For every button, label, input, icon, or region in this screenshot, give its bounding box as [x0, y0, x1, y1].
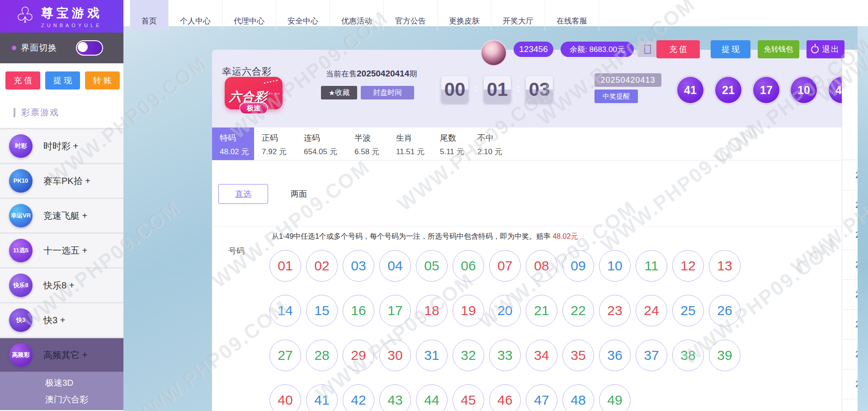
nav-tab-online-service[interactable]: 在线客服	[545, 0, 599, 30]
number-ball-22[interactable]: 22	[562, 295, 594, 326]
number-ball-21[interactable]: 21	[526, 295, 557, 326]
number-ball-38[interactable]: 38	[672, 340, 704, 371]
top-nav: 首页个人中心代理中心安全中心优惠活动官方公告更换皮肤开奖大厅在线客服	[123, 0, 868, 26]
nav-tab-security-center[interactable]: 安全中心	[276, 0, 330, 30]
number-ball-06[interactable]: 06	[453, 250, 484, 282]
feiting-icon: 幸运VR	[9, 204, 33, 227]
avatar[interactable]	[481, 40, 507, 66]
refresh-balance-button[interactable]	[637, 42, 657, 57]
number-ball-37[interactable]: 37	[636, 340, 667, 371]
odds-tab-banbo[interactable]: 半波6.58 元	[347, 128, 388, 160]
ui-toggle-switch[interactable]	[76, 40, 103, 56]
number-ball-23[interactable]: 23	[599, 295, 631, 326]
sidebar-item-label: 高频其它 +	[43, 349, 87, 361]
number-ball-44[interactable]: 44	[416, 384, 448, 411]
withdraw-button[interactable]: 提现	[711, 40, 750, 58]
number-ball-04[interactable]: 04	[379, 250, 411, 282]
number-ball-45[interactable]: 45	[453, 384, 484, 411]
number-ball-16[interactable]: 16	[343, 295, 374, 326]
number-ball-33[interactable]: 33	[489, 340, 521, 371]
number-ball-27[interactable]: 27	[269, 340, 301, 371]
number-ball-42[interactable]: 42	[343, 384, 374, 411]
favorite-button[interactable]: ★收藏	[321, 86, 357, 99]
number-ball-17[interactable]: 17	[379, 295, 411, 326]
number-ball-41[interactable]: 41	[306, 384, 338, 411]
nav-tab-change-skin[interactable]: 更换皮肤	[437, 0, 491, 30]
nav-tab-announcements[interactable]: 官方公告	[383, 0, 437, 30]
nav-tab-home[interactable]: 首页	[130, 0, 168, 30]
number-ball-02[interactable]: 02	[306, 250, 338, 282]
withdraw-button[interactable]: 提现	[45, 71, 80, 90]
number-ball-26[interactable]: 26	[709, 295, 741, 326]
odds-tab-zhengma[interactable]: 正码7.92 元	[254, 128, 296, 160]
number-ball-35[interactable]: 35	[562, 340, 594, 371]
number-ball-48[interactable]: 48	[562, 384, 594, 411]
number-ball-24[interactable]: 24	[636, 295, 667, 326]
sidebar-item-feiting[interactable]: 幸运VR竞速飞艇 +	[0, 198, 123, 232]
number-ball-10[interactable]: 10	[599, 250, 631, 282]
submenu-item-jisu3d[interactable]: 极速3D	[0, 374, 123, 391]
number-ball-31[interactable]: 31	[416, 340, 448, 371]
sidebar-item-shiyixuanwu[interactable]: 11选5十一选五 +	[0, 232, 123, 267]
logo-subtitle: ZUNBAOYULE	[41, 23, 103, 28]
nav-tab-personal-center[interactable]: 个人中心	[168, 0, 222, 30]
sidebar-item-label: 竞速飞艇 +	[43, 210, 87, 222]
number-ball-07[interactable]: 07	[489, 250, 521, 282]
subtab-straight-pick[interactable]: 直选	[218, 184, 268, 204]
number-ball-14[interactable]: 14	[269, 295, 301, 326]
odds-tab-label: 半波	[354, 132, 388, 143]
number-ball-43[interactable]: 43	[379, 384, 411, 411]
countdown-digit: 00	[441, 76, 468, 103]
nav-tab-agent-center[interactable]: 代理中心	[222, 0, 276, 30]
number-ball-08[interactable]: 08	[526, 250, 557, 282]
sidebar-item-kuai3[interactable]: 快3快3 +	[0, 302, 123, 337]
close-time-button[interactable]: 封盘时间	[361, 86, 414, 99]
logo-sub-text: MARK SIX	[264, 92, 280, 95]
free-wallet-button[interactable]: 免转钱包	[758, 40, 799, 58]
recharge-button[interactable]: 充值	[5, 71, 40, 90]
number-ball-34[interactable]: 34	[526, 340, 557, 371]
number-ball-32[interactable]: 32	[453, 340, 484, 371]
number-ball-01[interactable]: 01	[269, 250, 301, 282]
number-ball-18[interactable]: 18	[416, 295, 448, 326]
number-ball-25[interactable]: 25	[672, 295, 704, 326]
submenu-item-aomenliuhecai[interactable]: 澳门六合彩	[0, 391, 123, 408]
number-ball-20[interactable]: 20	[489, 295, 521, 326]
number-ball-09[interactable]: 09	[562, 250, 594, 282]
recharge-button[interactable]: 充值	[656, 40, 700, 58]
number-ball-30[interactable]: 30	[379, 340, 411, 371]
number-ball-47[interactable]: 47	[526, 384, 557, 411]
ui-toggle-block: 界面切换	[0, 33, 123, 63]
number-ball-19[interactable]: 19	[453, 295, 484, 326]
nav-tab-promotions[interactable]: 优惠活动	[330, 0, 383, 30]
sidebar-item-kuaile8[interactable]: 快乐8快乐8 +	[0, 267, 123, 302]
number-ball-36[interactable]: 36	[599, 340, 631, 371]
number-ball-11[interactable]: 11	[636, 250, 667, 282]
odds-tab-shengxiao[interactable]: 生肖11.51 元	[388, 128, 432, 160]
sidebar-item-gaopin[interactable]: 高频彩高频其它 +	[0, 337, 123, 372]
number-ball-49[interactable]: 49	[599, 384, 631, 411]
number-ball-39[interactable]: 39	[709, 340, 741, 371]
odds-tab-weishu[interactable]: 尾数5.11 元	[432, 128, 470, 160]
number-ball-40[interactable]: 40	[269, 384, 301, 411]
sidebar-item-label: 十一选五 +	[43, 245, 87, 257]
transfer-button[interactable]: 转账	[85, 71, 120, 90]
number-ball-05[interactable]: 05	[416, 250, 448, 282]
subtab-two-sides[interactable]: 两面	[281, 184, 317, 204]
number-ball-46[interactable]: 46	[489, 384, 521, 411]
nav-tab-draw-hall[interactable]: 开奖大厅	[491, 0, 545, 30]
number-ball-03[interactable]: 03	[343, 250, 374, 282]
sidebar-item-pk10[interactable]: PK10赛车PK拾 +	[0, 163, 123, 198]
number-ball-12[interactable]: 12	[672, 250, 704, 282]
number-ball-29[interactable]: 29	[343, 340, 374, 371]
issue-unit: 期	[409, 70, 417, 78]
odds-tab-lianma[interactable]: 连码654.05 元	[296, 128, 347, 160]
odds-tab-tema[interactable]: 特码48.02 元	[212, 128, 254, 160]
logout-button[interactable]: 退出	[807, 40, 844, 58]
number-ball-15[interactable]: 15	[306, 295, 338, 326]
sidebar-item-shishicai[interactable]: 时彩时时彩 +	[0, 128, 123, 163]
odds-tab-buzhong[interactable]: 不中2.10 元	[470, 128, 511, 160]
win-notice-button[interactable]: 中奖提醒	[594, 90, 638, 103]
number-ball-28[interactable]: 28	[306, 340, 338, 371]
number-ball-13[interactable]: 13	[709, 250, 741, 282]
